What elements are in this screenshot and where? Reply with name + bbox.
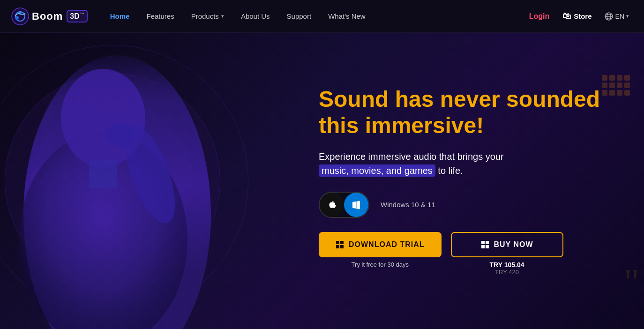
nav-products[interactable]: Products ▾ bbox=[183, 0, 232, 33]
deco-cell bbox=[609, 75, 615, 81]
nav-whats-new[interactable]: What's New bbox=[320, 0, 374, 33]
deco-cell bbox=[624, 82, 630, 88]
nav-right: Login 🛍 Store EN ▾ bbox=[524, 11, 633, 21]
svg-rect-20 bbox=[481, 245, 485, 248]
subtitle-before: Experience immersive audio that brings y… bbox=[319, 151, 504, 162]
navbar: Boom 3D™ Home Features Products ▾ About … bbox=[0, 0, 644, 33]
deco-cell bbox=[624, 75, 630, 81]
hero-section: " Sound has never sounded this immersive… bbox=[0, 33, 644, 329]
svg-rect-21 bbox=[486, 245, 489, 248]
platform-label: Windows 10 & 11 bbox=[381, 201, 435, 209]
svg-point-13 bbox=[105, 123, 134, 146]
subtitle-highlight: music, movies, and games bbox=[319, 164, 435, 177]
deco-cell bbox=[624, 90, 630, 96]
hero-subtitle: Experience immersive audio that brings y… bbox=[319, 150, 623, 178]
logo[interactable]: Boom 3D™ bbox=[11, 7, 88, 25]
price-original: TRY 420 bbox=[490, 269, 524, 276]
globe-icon bbox=[604, 12, 614, 21]
brand-name: Boom bbox=[32, 10, 63, 22]
download-windows-icon bbox=[336, 240, 344, 249]
deco-cell bbox=[617, 75, 622, 81]
svg-rect-11 bbox=[89, 160, 117, 188]
svg-rect-14 bbox=[336, 241, 339, 244]
lang-chevron: ▾ bbox=[626, 13, 629, 19]
svg-rect-15 bbox=[340, 241, 344, 244]
svg-point-2 bbox=[15, 16, 19, 20]
deco-quotes: " bbox=[624, 263, 639, 301]
brand-suffix: 3D™ bbox=[67, 10, 87, 22]
store-button[interactable]: 🛍 Store bbox=[558, 11, 596, 21]
svg-rect-18 bbox=[481, 241, 485, 244]
svg-rect-19 bbox=[486, 241, 489, 244]
buy-group: BUY NOW TRY 105.04 TRY 420 bbox=[451, 232, 563, 276]
windows-platform-icon bbox=[351, 200, 361, 210]
hero-title: Sound has never sounded this immersive! bbox=[319, 86, 623, 138]
lang-label: EN bbox=[615, 13, 624, 20]
nav-links: Home Features Products ▾ About Us Suppor… bbox=[102, 0, 524, 33]
price-current: TRY 105.04 bbox=[490, 261, 524, 269]
platform-toggle bbox=[319, 192, 369, 218]
apple-platform-button[interactable] bbox=[320, 193, 344, 217]
store-icon: 🛍 bbox=[562, 11, 571, 21]
language-selector[interactable]: EN ▾ bbox=[600, 12, 633, 21]
person-svg bbox=[0, 43, 216, 329]
trial-text: Try it free for 30 days bbox=[352, 261, 409, 268]
nav-support[interactable]: Support bbox=[278, 0, 320, 33]
buy-windows-icon bbox=[481, 240, 489, 249]
person-image bbox=[0, 38, 234, 329]
subtitle-after: to life. bbox=[438, 165, 463, 176]
download-group: DOWNLOAD TRIAL Try it free for 30 days bbox=[319, 232, 442, 268]
nav-about[interactable]: About Us bbox=[232, 0, 278, 33]
svg-rect-16 bbox=[336, 245, 339, 248]
price-area: TRY 105.04 TRY 420 bbox=[490, 261, 524, 276]
login-button[interactable]: Login bbox=[524, 12, 554, 21]
nav-home[interactable]: Home bbox=[102, 0, 138, 33]
cta-row: DOWNLOAD TRIAL Try it free for 30 days B… bbox=[319, 232, 623, 276]
apple-icon bbox=[327, 200, 337, 210]
deco-cell bbox=[602, 75, 607, 81]
buy-now-button[interactable]: BUY NOW bbox=[451, 232, 563, 257]
svg-rect-17 bbox=[340, 245, 344, 248]
hero-content: Sound has never sounded this immersive! … bbox=[319, 86, 623, 275]
products-dropdown-icon: ▾ bbox=[221, 13, 224, 19]
svg-point-0 bbox=[12, 8, 29, 25]
platform-row: Windows 10 & 11 bbox=[319, 192, 623, 218]
windows-platform-button[interactable] bbox=[344, 193, 368, 217]
nav-features[interactable]: Features bbox=[138, 0, 182, 33]
download-trial-button[interactable]: DOWNLOAD TRIAL bbox=[319, 232, 442, 257]
